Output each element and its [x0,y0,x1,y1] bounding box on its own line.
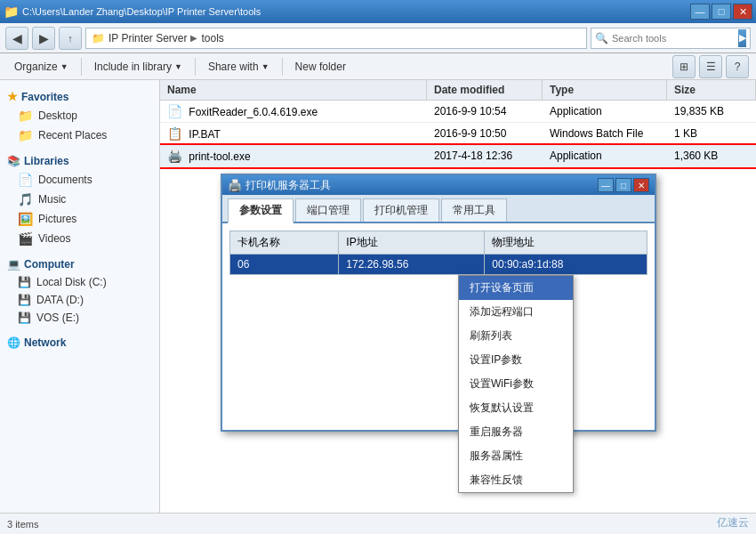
file-name-printtool: 🖨️ print-tool.exe [160,145,427,166]
network-section: 🌐 Network [0,334,159,352]
printer-dialog: 🖨️ 打印机服务器工具 — □ ✕ 参数设置 端口管理 打印机管理 常用工具 卡… [221,174,656,432]
file-size-ipbat: 1 KB [667,124,756,143]
col-device-name: 卡机名称 [230,231,339,255]
search-button[interactable]: ▶ [738,29,746,47]
device-ip-cell: 172.26.98.56 [339,255,485,275]
context-menu-item-set-ip[interactable]: 设置IP参数 [459,348,573,372]
up-button[interactable]: ↑ [59,27,82,50]
minimize-button[interactable]: — [690,4,710,20]
context-menu-item-set-wifi[interactable]: 设置WiFi参数 [459,372,573,396]
maximize-button[interactable]: □ [712,4,731,20]
view-list-button[interactable]: ☰ [699,55,722,78]
dialog-title-bar: 🖨️ 打印机服务器工具 — □ ✕ [222,175,655,195]
library-icon: 📚 [7,155,20,167]
star-icon: ★ [7,90,18,103]
context-menu-item-refresh[interactable]: 刷新列表 [459,324,573,348]
file-date-printtool: 2017-4-18 12:36 [427,146,543,166]
folder-icon: 📁 [18,109,33,123]
sidebar-item-data-d[interactable]: 💾 DATA (D:) [0,291,159,309]
sidebar-item-documents[interactable]: 📄 Documents [0,170,159,190]
libraries-section: 📚 Libraries 📄 Documents 🎵 Music 🖼️ Pictu… [0,152,159,248]
help-button[interactable]: ? [726,55,749,78]
status-bar: 3 items [0,513,756,534]
back-button[interactable]: ◀ [5,27,28,50]
computer-header[interactable]: 💻 Computer [0,255,159,273]
vos-disk-icon: 💾 [18,312,31,324]
file-name-ipbat: 📋 IP.BAT [160,123,427,144]
file-type-printtool: Application [543,146,667,166]
data-disk-icon: 💾 [18,294,31,306]
column-name[interactable]: Name [160,80,427,100]
context-menu-item-restart[interactable]: 重启服务器 [459,420,573,444]
computer-icon: 💻 [7,258,20,271]
file-type-foxit: Application [543,101,667,121]
search-input[interactable] [612,33,735,44]
tab-params[interactable]: 参数设置 [228,198,294,223]
context-menu-item-compat[interactable]: 兼容性反馈 [459,468,573,492]
sidebar-item-vos-e[interactable]: 💾 VOS (E:) [0,309,159,327]
window-icon: 📁 [4,4,19,19]
table-row[interactable]: 06 172.26.98.56 00:90:a9:1d:88 [230,255,647,275]
watermark: 亿速云 [717,515,749,530]
documents-icon: 📄 [18,173,33,187]
sidebar-item-desktop[interactable]: 📁 Desktop [0,106,159,125]
title-bar-buttons: — □ ✕ [690,4,752,20]
table-row[interactable]: 📋 IP.BAT 2016-9-9 10:50 Windows Batch Fi… [160,123,756,145]
dialog-minimize-button[interactable]: — [598,178,614,192]
context-menu-item-properties[interactable]: 服务器属性 [459,444,573,468]
search-box[interactable]: 🔍 ▶ [591,28,751,49]
address-path[interactable]: 📁 IP Printer Server ▶ tools [85,28,587,49]
title-bar-text: C:\Users\Lander Zhang\Desktop\IP Printer… [19,6,690,17]
table-row[interactable]: 📄 FoxitReader_6.0.4.619.exe 2016-9-9 10:… [160,101,756,123]
network-header[interactable]: 🌐 Network [0,334,159,352]
sidebar: ★ Favorites 📁 Desktop 📁 Recent Places 📚 … [0,80,160,513]
include-library-button[interactable]: Include in library ▼ [87,57,189,77]
search-icon: 🔍 [595,32,608,44]
sidebar-item-local-disk[interactable]: 💾 Local Disk (C:) [0,273,159,291]
context-menu-item-open-device[interactable]: 打开设备页面 [459,276,573,300]
dialog-close-button[interactable]: ✕ [633,178,649,192]
new-folder-button[interactable]: New folder [288,57,353,77]
organize-arrow: ▼ [60,62,68,71]
dialog-icon: 🖨️ [228,179,242,192]
close-button[interactable]: ✕ [733,4,752,20]
watermark-text: 亿速云 [717,516,749,529]
sidebar-item-videos[interactable]: 🎬 Videos [0,229,159,248]
sidebar-item-recent[interactable]: 📁 Recent Places [0,125,159,145]
dialog-content: 卡机名称 IP地址 物理地址 06 172.26.98.56 00:90:a9:… [222,223,655,430]
dialog-maximize-button[interactable]: □ [615,178,631,192]
device-table: 卡机名称 IP地址 物理地址 06 172.26.98.56 00:90:a9:… [229,231,647,275]
share-with-button[interactable]: Share with ▼ [201,57,277,77]
view-icons-button[interactable]: ⊞ [672,55,696,78]
table-row[interactable]: 🖨️ print-tool.exe 2017-4-18 12:36 Applic… [160,145,756,167]
tab-tools[interactable]: 常用工具 [441,198,507,222]
toolbar-separator3 [282,58,283,76]
organize-button[interactable]: Organize ▼ [7,57,76,77]
context-menu-item-restore[interactable]: 恢复默认设置 [459,396,573,420]
address-bar: ◀ ▶ ↑ 📁 IP Printer Server ▶ tools 🔍 ▶ [0,23,756,53]
path-part1: IP Printer Server [109,32,187,44]
network-icon: 🌐 [7,336,20,349]
libraries-header[interactable]: 📚 Libraries [0,152,159,170]
sidebar-item-pictures[interactable]: 🖼️ Pictures [0,209,159,229]
path-part2: tools [201,32,223,44]
dialog-title-text: 打印机服务器工具 [245,178,598,193]
sidebar-item-music[interactable]: 🎵 Music [0,190,159,209]
file-type-ipbat: Windows Batch File [543,124,667,143]
column-size[interactable]: Size [667,80,756,100]
column-type[interactable]: Type [543,80,667,100]
file-name-foxit: 📄 FoxitReader_6.0.4.619.exe [160,101,427,122]
bat-icon: 📋 [167,126,182,141]
path-separator1: ▶ [190,33,197,43]
column-date[interactable]: Date modified [427,80,543,100]
exe-icon: 📄 [167,104,182,118]
title-bar: 📁 C:\Users\Lander Zhang\Desktop\IP Print… [0,0,756,23]
tab-ports[interactable]: 端口管理 [295,198,361,222]
folder-icon: 📁 [92,32,105,44]
favorites-header[interactable]: ★ Favorites [0,87,159,106]
recent-icon: 📁 [18,128,33,142]
tab-printers[interactable]: 打印机管理 [363,198,439,222]
context-menu-item-add-port[interactable]: 添加远程端口 [459,300,573,324]
toolbar: Organize ▼ Include in library ▼ Share wi… [0,53,756,80]
forward-button[interactable]: ▶ [32,27,55,50]
